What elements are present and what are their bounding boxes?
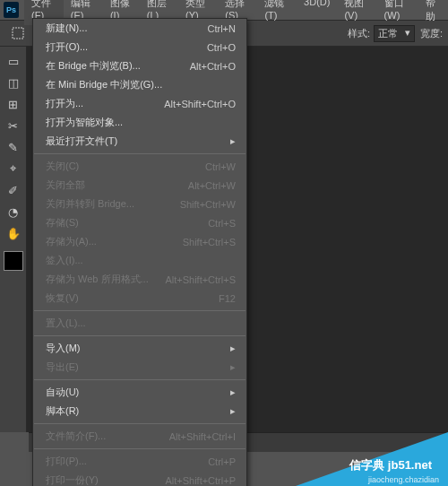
- menu-entry[interactable]: 最近打开文件(T)▸: [33, 132, 246, 151]
- menu-entry-label: 在 Bridge 中浏览(B)...: [46, 59, 141, 73]
- menu-item[interactable]: 窗口(W): [377, 0, 419, 25]
- menu-entry[interactable]: 打开为...Alt+Shift+Ctrl+O: [33, 94, 246, 113]
- menu-entry-shortcut: Ctrl+W: [205, 161, 236, 172]
- menu-entry[interactable]: 自动(U)▸: [33, 383, 246, 402]
- menu-entry: 恢复(V)F12: [33, 289, 246, 308]
- menu-entry-label: 打开(O)...: [46, 40, 88, 54]
- style-label: 样式:: [348, 27, 370, 40]
- menu-entry[interactable]: 导入(M)▸: [33, 339, 246, 358]
- menu-entry[interactable]: 在 Bridge 中浏览(B)...Alt+Ctrl+O: [33, 56, 246, 75]
- menu-entry-shortcut: ▸: [230, 386, 236, 398]
- menu-entry[interactable]: 打开(O)...Ctrl+O: [33, 38, 246, 56]
- menu-entry[interactable]: 打开为智能对象...: [33, 113, 246, 132]
- menu-entry[interactable]: 脚本(R)▸: [33, 402, 246, 421]
- menu-entry-label: 打印(P)...: [46, 455, 87, 468]
- menu-entry: 打印一份(Y)Alt+Shift+Ctrl+P: [33, 471, 246, 486]
- tools-panel: ▭◫⊞✂✎⌖✐◔✋: [0, 47, 27, 432]
- menu-entry-shortcut: F12: [219, 293, 236, 304]
- svg-rect-0: [13, 28, 23, 39]
- tool-button[interactable]: ✋: [3, 223, 24, 243]
- menu-entry-shortcut: Ctrl+S: [208, 218, 236, 229]
- foreground-color-swatch[interactable]: [4, 251, 23, 271]
- menu-entry-label: 导入(M): [46, 342, 81, 355]
- menu-entry-label: 打印一份(Y): [46, 473, 99, 486]
- menu-entry-shortcut: Alt+Shift+Ctrl+I: [169, 431, 236, 442]
- menu-entry: 导出(E)▸: [33, 358, 246, 377]
- menu-entry: 签入(I)...: [33, 251, 246, 270]
- menu-entry-shortcut: ▸: [230, 361, 236, 373]
- menu-separator: [34, 335, 246, 336]
- menu-entry-label: 新建(N)...: [46, 22, 87, 35]
- menu-entry-shortcut: Shift+Ctrl+W: [180, 199, 236, 210]
- tool-button[interactable]: ▭: [3, 51, 24, 71]
- menu-entry-label: 关闭并转到 Bridge...: [46, 197, 134, 211]
- menu-item[interactable]: 视图(V): [337, 0, 376, 25]
- tool-button[interactable]: ⌖: [3, 159, 24, 178]
- menu-separator: [34, 448, 246, 449]
- tool-button[interactable]: ⊞: [3, 94, 24, 114]
- menu-entry-label: 恢复(V): [46, 291, 79, 305]
- tool-button[interactable]: ◔: [3, 202, 24, 221]
- menu-entry: 关闭(C)Ctrl+W: [33, 157, 246, 176]
- menu-entry-shortcut: Ctrl+N: [208, 23, 236, 34]
- menu-separator: [34, 153, 246, 154]
- file-dropdown-menu: 新建(N)...Ctrl+N打开(O)...Ctrl+O在 Bridge 中浏览…: [32, 18, 247, 486]
- menu-entry: 关闭并转到 Bridge...Shift+Ctrl+W: [33, 195, 246, 213]
- menubar: Ps 文件(F)编辑(E)图像(I)图层(L)类型(Y)选择(S)滤镜(T)3D…: [0, 0, 448, 20]
- menu-entry-label: 自动(U): [46, 386, 79, 399]
- style-select[interactable]: 正常: [374, 25, 415, 42]
- menu-entry-shortcut: Alt+Shift+Ctrl+P: [165, 475, 236, 486]
- menu-entry-label: 打开为...: [46, 97, 83, 110]
- menu-entry: 存储为(A)...Shift+Ctrl+S: [33, 232, 246, 251]
- tool-button[interactable]: ✐: [3, 180, 24, 200]
- menu-entry-shortcut: Alt+Ctrl+O: [190, 61, 236, 72]
- menu-entry-label: 存储为(A)...: [46, 235, 97, 248]
- menu-entry: 置入(L)...: [33, 314, 246, 333]
- menu-entry-shortcut: Ctrl+O: [207, 42, 236, 53]
- ps-logo: Ps: [4, 2, 19, 18]
- menu-entry[interactable]: 新建(N)...Ctrl+N: [33, 19, 246, 38]
- menu-entry: 存储为 Web 所用格式...Alt+Shift+Ctrl+S: [33, 270, 246, 289]
- menu-entry-label: 存储为 Web 所用格式...: [46, 273, 149, 286]
- tool-button[interactable]: ✂: [3, 116, 24, 135]
- menu-entry-label: 最近打开文件(T): [46, 135, 117, 148]
- menu-entry-label: 导出(E): [46, 360, 79, 374]
- menu-entry-shortcut: ▸: [230, 405, 236, 417]
- menu-entry-label: 文件简介(F)...: [46, 430, 106, 443]
- menu-entry: 文件简介(F)...Alt+Shift+Ctrl+I: [33, 427, 246, 446]
- menu-entry-label: 关闭全部: [46, 178, 85, 192]
- menu-item[interactable]: 帮助: [418, 0, 448, 25]
- menu-entry-label: 置入(L)...: [46, 317, 86, 330]
- menu-item[interactable]: 滤镜(T): [257, 0, 297, 25]
- menu-entry-shortcut: Alt+Ctrl+W: [188, 180, 236, 191]
- menu-entry-label: 存储(S): [46, 216, 79, 230]
- menu-separator: [34, 310, 246, 311]
- menu-entry-label: 脚本(R): [46, 404, 79, 418]
- menu-entry-label: 在 Mini Bridge 中浏览(G)...: [46, 78, 162, 91]
- menu-entry[interactable]: 在 Mini Bridge 中浏览(G)...: [33, 75, 246, 94]
- menu-entry: 存储(S)Ctrl+S: [33, 213, 246, 232]
- menu-entry-label: 关闭(C): [46, 160, 79, 173]
- tool-button[interactable]: ✎: [3, 137, 24, 157]
- menu-entry-label: 打开为智能对象...: [46, 116, 123, 129]
- width-label: 宽度:: [420, 27, 443, 40]
- menu-entry: 打印(P)...Ctrl+P: [33, 452, 246, 471]
- tool-button[interactable]: ◫: [3, 73, 24, 92]
- menu-entry-label: 签入(I)...: [46, 254, 83, 267]
- menu-entry-shortcut: Ctrl+P: [208, 456, 236, 467]
- menu-entry-shortcut: Alt+Shift+Ctrl+O: [164, 99, 236, 109]
- menu-item[interactable]: 3D(D): [297, 0, 337, 25]
- menu-entry-shortcut: Alt+Shift+Ctrl+S: [165, 274, 236, 285]
- menu-entry-shortcut: ▸: [230, 343, 236, 354]
- watermark: 信字典 jb51.net jiaocheng.chazidian: [296, 432, 448, 486]
- menu-entry: 关闭全部Alt+Ctrl+W: [33, 176, 246, 195]
- menu-entry-shortcut: ▸: [230, 135, 236, 147]
- menu-separator: [34, 379, 246, 380]
- menu-entry-shortcut: Shift+Ctrl+S: [183, 237, 236, 247]
- menu-separator: [34, 423, 246, 424]
- current-tool-icon[interactable]: [8, 23, 28, 43]
